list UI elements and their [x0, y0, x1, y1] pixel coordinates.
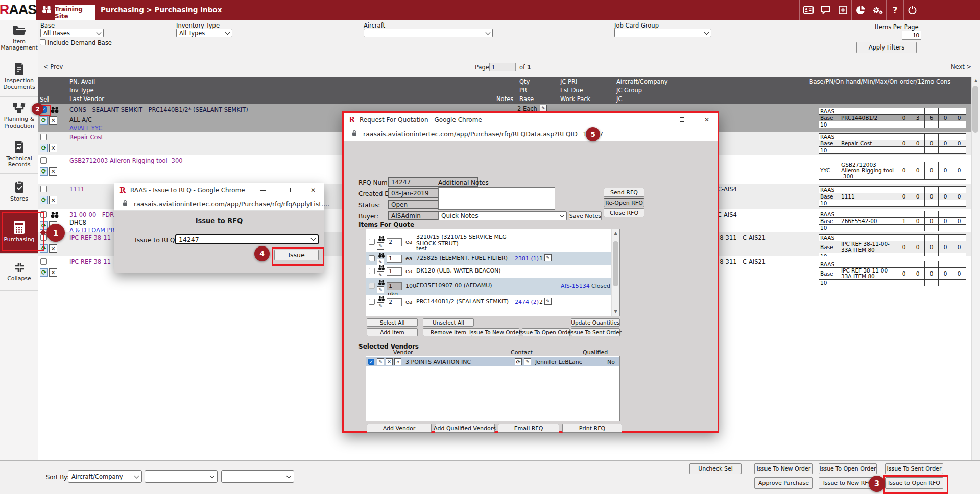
issue-to-new-rfq-button[interactable]: Issue to New RFQ: [819, 477, 877, 489]
maximize-icon[interactable]: [277, 187, 299, 194]
add-qualified-vendors-button[interactable]: Add Qualified Vendors: [435, 424, 495, 433]
sidebar-item-purchasing[interactable]: Purchasing: [0, 210, 38, 254]
sort-by-select-3[interactable]: [221, 470, 294, 483]
reopen-rfq-button[interactable]: Re-Open RFQ: [604, 198, 644, 207]
refresh-icon[interactable]: ⟳: [40, 167, 48, 176]
issue-to-new-order-button[interactable]: Issue To New Order: [471, 328, 519, 336]
refresh-icon[interactable]: ⟳: [515, 358, 522, 365]
rfq-url-bar[interactable]: raasais.aviationintertec.com/app/Purchas…: [344, 127, 718, 141]
item-qty-input[interactable]: 2: [387, 238, 402, 246]
items-scrollbar-thumb[interactable]: [613, 241, 618, 286]
refresh-icon[interactable]: ⟳: [40, 221, 48, 230]
item-qty-input[interactable]: 1: [387, 267, 402, 276]
delete-x-icon[interactable]: ✕: [49, 167, 57, 176]
refresh-icon[interactable]: ⟳: [40, 144, 48, 152]
approve-purchase-button[interactable]: Approve Purchase: [754, 477, 813, 489]
edit-pencil-icon[interactable]: ✎: [540, 105, 547, 112]
item-qty-input[interactable]: 1: [387, 255, 402, 263]
remove-item-button[interactable]: Remove Item: [423, 328, 474, 336]
delete-x-icon[interactable]: ✕: [49, 116, 57, 125]
binoculars-icon[interactable]: [50, 211, 59, 218]
refresh-icon[interactable]: ⟳: [40, 268, 48, 277]
issue-to-sent-order-button[interactable]: Issue To Sent Order: [571, 328, 620, 336]
send-rfq-button[interactable]: Send RFQ: [604, 188, 644, 197]
refresh-icon[interactable]: ⟳: [40, 196, 48, 204]
row-select-checkbox[interactable]: [40, 211, 47, 218]
delete-x-icon[interactable]: ✕: [49, 144, 57, 152]
issue-to-open-order-button[interactable]: Issue To Open Order: [522, 328, 570, 336]
dialog-title-bar[interactable]: R RAAS - Issue to RFQ - Google Chrome — …: [114, 183, 324, 197]
delete-x-icon[interactable]: ✕: [49, 244, 57, 253]
row-pn[interactable]: GSB2712003 Aileron Rigging tool -300: [69, 157, 183, 164]
sidebar-item-technical-records[interactable]: Technical Records: [0, 135, 38, 174]
save-notes-button[interactable]: Save Notes: [569, 211, 602, 220]
minimize-icon[interactable]: —: [646, 116, 667, 124]
item-qty-input[interactable]: 2: [387, 298, 402, 306]
update-quantities-button[interactable]: Update Quantities: [571, 318, 620, 327]
scroll-down-icon[interactable]: ▼: [612, 308, 619, 316]
item-checkbox[interactable]: [369, 268, 375, 274]
binoculars-icon[interactable]: [50, 106, 59, 113]
issue-to-open-order-button[interactable]: Issue To Open Order: [819, 463, 877, 474]
row-pn[interactable]: Repair Cost: [69, 134, 103, 141]
issue-to-open-rfq-button[interactable]: Issue to Open RFQ: [885, 477, 943, 489]
delete-x-icon[interactable]: ✕: [386, 358, 393, 365]
binoculars-icon[interactable]: [378, 280, 385, 285]
item-checkbox[interactable]: [369, 239, 375, 245]
issue-to-new-order-button[interactable]: Issue To New Order: [754, 463, 813, 474]
scroll-up-icon[interactable]: ▲: [612, 229, 619, 237]
item-checkbox[interactable]: [369, 255, 375, 261]
uncheck-sel-button[interactable]: Uncheck Sel: [689, 463, 742, 474]
close-rfq-button[interactable]: Close RFQ: [604, 208, 644, 217]
items-scrollbar[interactable]: ▲▼: [611, 229, 619, 316]
binoculars-icon[interactable]: [378, 236, 385, 241]
vendor-checkbox[interactable]: ✓: [368, 359, 374, 365]
quick-notes-select[interactable]: Quick Notes: [438, 211, 567, 220]
item-order-link[interactable]: 2474 (2): [515, 299, 539, 305]
vendor-home-icon[interactable]: ⌂: [394, 358, 401, 365]
sidebar-item-stores[interactable]: Stores: [0, 174, 38, 210]
delete-x-icon[interactable]: ✕: [49, 196, 57, 204]
sort-by-select-2[interactable]: [145, 470, 218, 483]
row-last-vendor-link[interactable]: AVIALL YYC: [69, 125, 102, 132]
item-checkbox[interactable]: [369, 299, 375, 305]
add-vendor-button[interactable]: Add Vendor: [367, 424, 432, 433]
row-pn[interactable]: CONS - SEALANT SEMKIT - PRC1440B1/2* (SE…: [69, 106, 248, 113]
row-pn[interactable]: IPC REF 38-11-: [69, 234, 113, 241]
sidebar-item-collapse[interactable]: Collapse: [0, 254, 38, 291]
row-select-checkbox[interactable]: [40, 258, 47, 265]
sidebar-item-planning-production[interactable]: Planning & Production: [0, 97, 38, 135]
minimize-icon[interactable]: —: [252, 187, 274, 194]
delete-x-icon[interactable]: ✕: [49, 268, 57, 277]
additional-notes-textarea[interactable]: [438, 187, 555, 210]
row-pn[interactable]: IPC REF 38-11-: [69, 258, 113, 265]
edit-pencil-icon[interactable]: ✎: [377, 242, 384, 250]
binoculars-icon[interactable]: [378, 252, 385, 258]
row-pn[interactable]: 31-00-00 - FDR: [69, 211, 114, 218]
print-rfq-button[interactable]: Print RFQ: [562, 424, 622, 433]
maximize-icon[interactable]: [671, 116, 692, 124]
issue-to-sent-order-button[interactable]: Issue To Sent Order: [885, 463, 943, 474]
edit-pencil-icon[interactable]: ✎: [544, 254, 552, 261]
row-select-checkbox[interactable]: [40, 186, 47, 192]
edit-pencil-icon[interactable]: ✎: [544, 298, 552, 305]
row-select-checkbox[interactable]: [40, 234, 47, 241]
sort-by-select-1[interactable]: Aircraft/Company: [68, 470, 142, 483]
edit-pencil-icon[interactable]: ✎: [377, 358, 384, 365]
sidebar-item-item-management[interactable]: Item Management: [0, 20, 38, 56]
binoculars-icon[interactable]: [378, 265, 385, 270]
issue-button[interactable]: Issue: [274, 250, 319, 260]
close-icon[interactable]: ✕: [696, 116, 718, 124]
add-item-button[interactable]: Add Item: [367, 328, 418, 336]
binoculars-icon[interactable]: [378, 295, 385, 301]
row-pn[interactable]: 1111: [69, 186, 84, 193]
sidebar-item-inspection-documents[interactable]: Inspection Documents: [0, 56, 38, 97]
dialog-url-bar[interactable]: raasais.aviationintertec.com/app/Purchas…: [114, 197, 324, 211]
refresh-icon[interactable]: ⟳: [40, 244, 48, 253]
edit-pencil-icon[interactable]: ✎: [377, 302, 384, 309]
select-all-button[interactable]: Select All: [367, 318, 418, 327]
edit-pencil-icon[interactable]: ✎: [377, 286, 384, 293]
row-select-checkbox[interactable]: [40, 134, 47, 140]
row-select-checkbox[interactable]: [40, 157, 47, 164]
edit-pencil-icon[interactable]: ✎: [524, 358, 531, 365]
